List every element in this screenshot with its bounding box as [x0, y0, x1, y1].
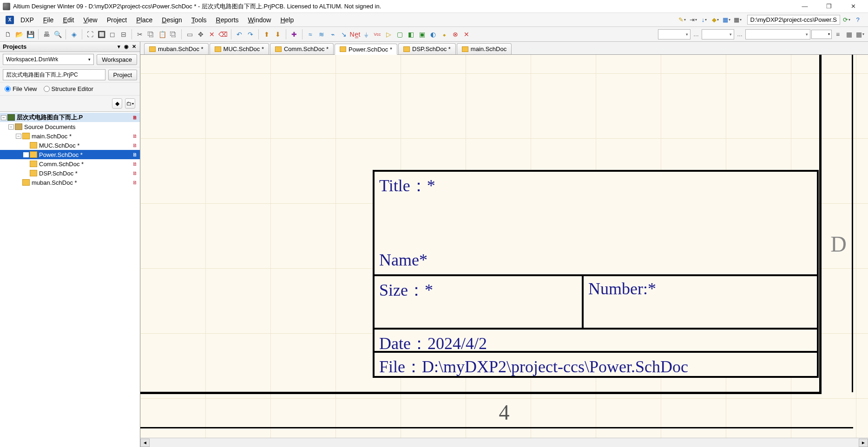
- paste-icon[interactable]: 📋: [157, 29, 167, 39]
- zoom-sel-icon[interactable]: ◻: [107, 29, 118, 39]
- panel-dropdown-icon[interactable]: ▾: [116, 44, 122, 50]
- file-view-radio[interactable]: File View: [5, 85, 37, 92]
- zoom-area-icon[interactable]: 🔲: [96, 29, 106, 39]
- refresh-icon[interactable]: ⟳▾: [842, 15, 851, 25]
- tree-item-main[interactable]: −main.SchDoc * 🗎: [0, 131, 140, 141]
- help-icon[interactable]: ?: [853, 15, 862, 25]
- tree-item-power[interactable]: Power.SchDoc * 🗎: [0, 150, 140, 159]
- maximize-button[interactable]: ❐: [821, 2, 837, 11]
- combo-1[interactable]: ▾: [658, 29, 690, 39]
- bus-entry-icon[interactable]: ↘: [339, 29, 349, 39]
- tree-item-dsp[interactable]: DSP.SchDoc * 🗎: [0, 168, 140, 178]
- tree-item-comm[interactable]: Comm.SchDoc * 🗎: [0, 159, 140, 168]
- menu-place[interactable]: Place: [132, 14, 157, 26]
- menu-design[interactable]: Design: [157, 14, 187, 26]
- browse-1[interactable]: …: [691, 31, 701, 38]
- bus-icon[interactable]: ≋: [316, 29, 327, 39]
- menu-reports[interactable]: Reports: [211, 14, 243, 26]
- scroll-left-icon[interactable]: ◄: [140, 439, 150, 447]
- tool-3d-icon[interactable]: ◈: [69, 29, 79, 39]
- menu-window[interactable]: Window: [243, 14, 276, 26]
- combo-4[interactable]: ▾: [811, 30, 832, 39]
- harness-conn-icon[interactable]: ◐: [428, 29, 438, 39]
- tool-pencil-icon[interactable]: ✎▾: [677, 15, 687, 25]
- modified-icon: 🗎: [132, 133, 138, 139]
- horizontal-scrollbar[interactable]: ◄ ►: [140, 438, 868, 447]
- select-rect-icon[interactable]: ▭: [184, 29, 195, 39]
- device-sheet-icon[interactable]: ▣: [417, 29, 427, 39]
- vcc-power-icon[interactable]: Vcc: [372, 29, 382, 39]
- schematic-canvas[interactable]: D 4 Title：* Name* Size：* Number:* Date：2…: [140, 55, 868, 447]
- tab-muc[interactable]: MUC.SchDoc *: [210, 43, 269, 54]
- tool-grid-icon[interactable]: ▦▾: [733, 15, 743, 25]
- undo-icon[interactable]: ↶: [234, 29, 244, 39]
- wire-icon[interactable]: ≈: [305, 29, 316, 39]
- tab-main[interactable]: main.SchDoc: [457, 43, 512, 54]
- signal-harness-icon[interactable]: ⌁: [328, 29, 338, 39]
- no-erc-icon[interactable]: ⊗: [450, 29, 460, 39]
- hierarchy-down-icon[interactable]: ⬇: [273, 29, 283, 39]
- duplicate-icon[interactable]: ⿻: [168, 29, 178, 39]
- browse-2[interactable]: …: [735, 31, 744, 38]
- sheet-symbol-icon[interactable]: ▢: [395, 29, 405, 39]
- print-preview-icon[interactable]: 🔍: [53, 29, 63, 39]
- menu-project[interactable]: Project: [102, 14, 132, 26]
- tool-align-icon[interactable]: ⇥▾: [689, 15, 698, 25]
- menu-edit[interactable]: Edit: [58, 14, 79, 26]
- menu-view[interactable]: View: [79, 14, 102, 26]
- tool-arrow-down-icon[interactable]: ↓▾: [700, 15, 709, 25]
- zoom-fit-icon[interactable]: ⛶: [85, 29, 95, 39]
- save-icon[interactable]: 💾: [25, 29, 35, 39]
- combo-2[interactable]: ▾: [702, 29, 734, 39]
- tab-muban[interactable]: muban.SchDoc *: [144, 43, 209, 54]
- menu-tools[interactable]: Tools: [187, 14, 211, 26]
- move-icon[interactable]: ✥: [196, 29, 206, 39]
- workspace-combo[interactable]: Workspace1.DsnWrk▾: [3, 54, 94, 65]
- tree-item-muc[interactable]: MUC.SchDoc * 🗎: [0, 141, 140, 150]
- panel-mini-icon-1[interactable]: ◆: [112, 98, 122, 109]
- hierarchy-up-icon[interactable]: ⬆: [262, 29, 272, 39]
- new-file-icon[interactable]: 🗋: [3, 29, 13, 39]
- copy-icon[interactable]: ⿻: [146, 29, 156, 39]
- panel-pin-icon[interactable]: ◉: [123, 44, 130, 50]
- panel-mini-icon-2[interactable]: 🗀▾: [125, 98, 135, 109]
- minimize-button[interactable]: —: [796, 2, 813, 11]
- redo-icon[interactable]: ↷: [245, 29, 256, 39]
- part-icon[interactable]: ▷: [383, 29, 394, 39]
- close-button[interactable]: ✕: [845, 2, 861, 11]
- tree-project-root[interactable]: −层次式电路图自下而上.P 🗎: [0, 113, 140, 122]
- project-button[interactable]: Project: [108, 70, 137, 80]
- project-combo[interactable]: 层次式电路图自下而上.PrjPC: [3, 69, 105, 80]
- tool-diamond-icon[interactable]: ◆▾: [711, 15, 720, 25]
- panel-close-icon[interactable]: ✕: [131, 44, 137, 50]
- print-icon[interactable]: 🖶: [41, 29, 52, 39]
- grid-dd-icon[interactable]: ▦▾: [855, 29, 865, 39]
- sheet-entry-icon[interactable]: ◧: [406, 29, 416, 39]
- tree-item-muban[interactable]: muban.SchDoc * 🗎: [0, 178, 140, 187]
- tool-square-icon[interactable]: ▦▾: [722, 15, 731, 25]
- combo-3[interactable]: ▾: [745, 29, 810, 39]
- gnd-power-icon[interactable]: ⏚: [361, 29, 371, 39]
- structure-editor-radio[interactable]: Structure Editor: [44, 85, 93, 92]
- address-bar[interactable]: D:\myDXP2\project-ccs\Power.S: [747, 15, 840, 25]
- port-icon[interactable]: ⬥: [439, 29, 449, 39]
- scroll-right-icon[interactable]: ►: [859, 439, 868, 447]
- grid-icon-right[interactable]: ▦: [844, 29, 854, 39]
- cut-icon[interactable]: ✂: [135, 29, 145, 39]
- clear-icon[interactable]: ⌫: [218, 29, 228, 39]
- tab-power[interactable]: Power.SchDoc *: [335, 44, 397, 55]
- delete-icon[interactable]: ✕: [461, 29, 472, 39]
- menu-help[interactable]: Help: [276, 14, 298, 26]
- deselect-icon[interactable]: ✕: [207, 29, 217, 39]
- workspace-button[interactable]: Workspace: [97, 54, 137, 65]
- tree-source-documents[interactable]: −Source Documents: [0, 122, 140, 131]
- list-icon[interactable]: ≡: [833, 29, 843, 39]
- menu-file[interactable]: File: [39, 14, 59, 26]
- tab-dsp[interactable]: DSP.SchDoc *: [398, 43, 456, 54]
- cross-probe-icon[interactable]: ✚: [289, 29, 299, 39]
- tab-comm[interactable]: Comm.SchDoc *: [270, 43, 334, 54]
- menu-dxp[interactable]: DXP: [16, 14, 39, 26]
- zoom-out-icon[interactable]: ⊟: [118, 29, 129, 39]
- net-label-icon[interactable]: Ne̲t: [350, 29, 360, 39]
- open-file-icon[interactable]: 📂: [14, 29, 24, 39]
